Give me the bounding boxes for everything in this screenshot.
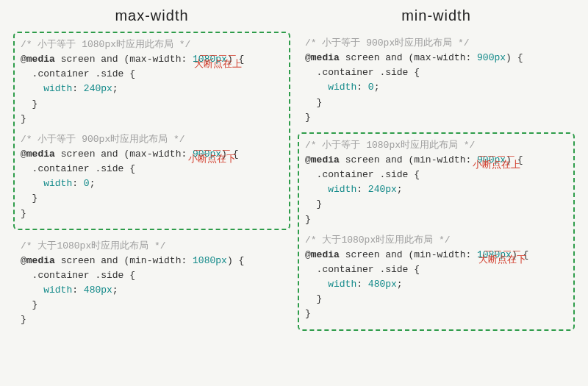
media-text-b: ) { bbox=[506, 52, 523, 63]
right-code-block-2: /* 小于等于 1080px时应用此布局 */ @media screen an… bbox=[305, 138, 567, 227]
heading-max-width: max-width bbox=[13, 7, 290, 24]
media-keyword: media bbox=[311, 249, 340, 260]
close-brace: } bbox=[305, 308, 311, 319]
column-min-width: min-width /* 小于等于 900px时应用此布局 */ @media … bbox=[298, 7, 575, 376]
left-single-block: /* 大于1080px时应用此布局 */ @media screen and (… bbox=[13, 235, 290, 335]
prop-value: 480px bbox=[368, 279, 397, 290]
prop-value: 240px bbox=[368, 184, 397, 195]
right-code-block-3: /* 大于1080px时应用此布局 */ @media screen and (… bbox=[305, 233, 567, 322]
prop-name: width bbox=[328, 279, 356, 290]
close-brace: } bbox=[305, 112, 311, 123]
media-text-a: screen and (min-width: bbox=[340, 154, 477, 165]
prop-sep: : bbox=[72, 83, 84, 94]
media-at: @ bbox=[305, 249, 311, 260]
selector: .container .side { bbox=[21, 163, 135, 174]
media-value: 900px bbox=[193, 149, 221, 160]
comment: /* 大于1080px时应用此布局 */ bbox=[21, 240, 166, 251]
media-keyword: media bbox=[311, 154, 340, 165]
prop-name: width bbox=[43, 83, 72, 94]
prop-name: width bbox=[328, 82, 356, 93]
prop-sep: : bbox=[72, 178, 84, 189]
left-code-block-1: /* 小于等于 1080px时应用此布局 */ @media screen an… bbox=[21, 37, 283, 126]
prop-end: ; bbox=[90, 178, 96, 189]
media-value: 900px bbox=[477, 154, 506, 165]
media-keyword: media bbox=[26, 255, 55, 266]
comment: /* 大于1080px时应用此布局 */ bbox=[305, 235, 451, 246]
prop-name: width bbox=[328, 184, 356, 195]
media-value: 1080px bbox=[193, 54, 227, 65]
prop-indent bbox=[21, 178, 43, 189]
prop-sep: : bbox=[356, 82, 368, 93]
prop-end: ; bbox=[397, 279, 403, 290]
media-keyword: media bbox=[311, 52, 340, 63]
selector: .container .side { bbox=[21, 270, 135, 281]
comparison-container: max-width /* 小于等于 1080px时应用此布局 */ @media… bbox=[0, 0, 588, 386]
prop-sep: : bbox=[356, 184, 368, 195]
left-dashed-group: /* 小于等于 1080px时应用此布局 */ @media screen an… bbox=[13, 32, 290, 230]
prop-end: ; bbox=[397, 184, 403, 195]
prop-sep: : bbox=[72, 285, 84, 296]
prop-indent bbox=[305, 279, 328, 290]
prop-value: 0 bbox=[84, 178, 90, 189]
selector: .container .side { bbox=[21, 68, 135, 79]
close-brace: } bbox=[21, 299, 37, 310]
media-text-b: ) { bbox=[227, 54, 244, 65]
selector: .container .side { bbox=[305, 264, 420, 275]
media-text-a: screen and (max-width: bbox=[55, 54, 193, 65]
media-text-a: screen and (min-width: bbox=[340, 249, 477, 260]
media-text-a: screen and (max-width: bbox=[340, 52, 477, 63]
media-at: @ bbox=[21, 54, 26, 65]
media-text-b: ) { bbox=[221, 149, 238, 160]
prop-indent bbox=[305, 82, 328, 93]
right-dashed-group: /* 小于等于 1080px时应用此布局 */ @media screen an… bbox=[298, 132, 575, 331]
close-brace: } bbox=[21, 193, 37, 204]
prop-indent bbox=[21, 285, 43, 296]
close-brace: } bbox=[21, 314, 26, 325]
left-code-block-3: /* 大于1080px时应用此布局 */ @media screen and (… bbox=[21, 239, 283, 328]
prop-name: width bbox=[43, 285, 72, 296]
media-text-a: screen and (min-width: bbox=[55, 255, 193, 266]
left-code-block-2: /* 小于等于 900px时应用此布局 */ @media screen and… bbox=[21, 132, 283, 221]
prop-end: ; bbox=[112, 285, 118, 296]
right-single-block: /* 小于等于 900px时应用此布局 */ @media screen and… bbox=[298, 32, 575, 132]
prop-value: 0 bbox=[368, 82, 374, 93]
comment: /* 小于等于 1080px时应用此布局 */ bbox=[305, 140, 475, 151]
prop-name: width bbox=[43, 178, 72, 189]
media-value: 900px bbox=[477, 52, 506, 63]
comment: /* 小于等于 1080px时应用此布局 */ bbox=[21, 39, 190, 50]
prop-sep: : bbox=[356, 279, 368, 290]
prop-end: ; bbox=[374, 82, 380, 93]
right-code-block-1: /* 小于等于 900px时应用此布局 */ @media screen and… bbox=[305, 36, 567, 125]
close-brace: } bbox=[21, 99, 37, 110]
prop-indent bbox=[21, 83, 43, 94]
media-text-b: ) { bbox=[227, 255, 244, 266]
prop-value: 480px bbox=[84, 285, 112, 296]
close-brace: } bbox=[305, 293, 322, 304]
left-blocks: /* 小于等于 1080px时应用此布局 */ @media screen an… bbox=[13, 32, 290, 376]
media-at: @ bbox=[21, 149, 26, 160]
media-at: @ bbox=[305, 52, 311, 63]
media-keyword: media bbox=[26, 149, 55, 160]
close-brace: } bbox=[305, 214, 311, 225]
media-at: @ bbox=[21, 255, 26, 266]
right-blocks: /* 小于等于 900px时应用此布局 */ @media screen and… bbox=[298, 32, 575, 376]
comment: /* 小于等于 900px时应用此布局 */ bbox=[305, 37, 470, 49]
media-value: 1080px bbox=[477, 249, 512, 260]
comment: /* 小于等于 900px时应用此布局 */ bbox=[21, 134, 185, 145]
close-brace: } bbox=[305, 97, 322, 108]
media-value: 1080px bbox=[193, 255, 227, 266]
media-text-a: screen and (max-width: bbox=[55, 149, 193, 160]
media-text-b: ) { bbox=[512, 249, 528, 260]
prop-indent bbox=[305, 184, 328, 195]
selector: .container .side { bbox=[305, 169, 420, 180]
prop-value: 240px bbox=[84, 83, 112, 94]
heading-min-width: min-width bbox=[298, 7, 575, 24]
media-text-b: ) { bbox=[506, 154, 523, 165]
close-brace: } bbox=[21, 113, 26, 124]
close-brace: } bbox=[21, 208, 26, 219]
media-at: @ bbox=[305, 154, 311, 165]
column-max-width: max-width /* 小于等于 1080px时应用此布局 */ @media… bbox=[13, 7, 290, 376]
selector: .container .side { bbox=[305, 67, 420, 78]
media-keyword: media bbox=[26, 54, 55, 65]
close-brace: } bbox=[305, 199, 322, 210]
